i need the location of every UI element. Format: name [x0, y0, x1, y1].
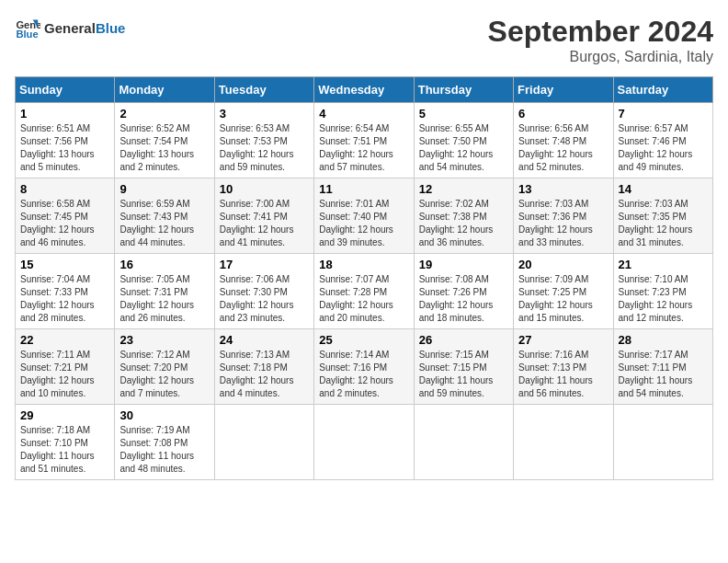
col-friday: Friday — [514, 77, 613, 103]
col-saturday: Saturday — [613, 77, 712, 103]
calendar-cell: 6 Sunrise: 6:56 AMSunset: 7:48 PMDayligh… — [514, 103, 613, 178]
calendar-cell: 3 Sunrise: 6:53 AMSunset: 7:53 PMDayligh… — [214, 103, 313, 178]
day-number: 5 — [419, 107, 508, 121]
calendar-cell — [314, 405, 414, 480]
calendar-cell: 8 Sunrise: 6:58 AMSunset: 7:45 PMDayligh… — [16, 178, 115, 254]
day-info: Sunrise: 7:14 AMSunset: 7:16 PMDaylight:… — [319, 349, 408, 400]
day-number: 4 — [319, 107, 408, 121]
calendar-cell: 13 Sunrise: 7:03 AMSunset: 7:36 PMDaylig… — [514, 178, 613, 254]
day-info: Sunrise: 6:53 AMSunset: 7:53 PMDaylight:… — [220, 122, 309, 174]
header-area: General Blue GeneralBlue September 2024 … — [15, 15, 713, 65]
day-number: 9 — [119, 182, 209, 196]
day-number: 1 — [20, 107, 109, 121]
calendar-cell — [613, 405, 712, 480]
calendar-table: Sunday Monday Tuesday Wednesday Thursday… — [15, 76, 713, 480]
day-info: Sunrise: 6:59 AMSunset: 7:43 PMDaylight:… — [119, 198, 209, 249]
day-info: Sunrise: 7:03 AMSunset: 7:35 PMDaylight:… — [619, 198, 708, 249]
calendar-cell: 11 Sunrise: 7:01 AMSunset: 7:40 PMDaylig… — [314, 178, 414, 254]
day-info: Sunrise: 7:00 AMSunset: 7:41 PMDaylight:… — [220, 198, 309, 249]
calendar-cell: 23 Sunrise: 7:12 AMSunset: 7:20 PMDaylig… — [115, 329, 214, 405]
day-number: 14 — [619, 182, 708, 196]
week-row-0: 1 Sunrise: 6:51 AMSunset: 7:56 PMDayligh… — [16, 103, 713, 178]
day-info: Sunrise: 7:05 AMSunset: 7:31 PMDaylight:… — [119, 273, 209, 325]
calendar-cell: 25 Sunrise: 7:14 AMSunset: 7:16 PMDaylig… — [314, 329, 414, 405]
day-info: Sunrise: 6:56 AMSunset: 7:48 PMDaylight:… — [518, 122, 608, 174]
day-info: Sunrise: 7:08 AMSunset: 7:26 PMDaylight:… — [419, 273, 508, 325]
day-number: 17 — [220, 258, 309, 271]
week-row-3: 22 Sunrise: 7:11 AMSunset: 7:21 PMDaylig… — [16, 329, 713, 405]
svg-text:Blue: Blue — [16, 29, 38, 40]
col-wednesday: Wednesday — [314, 77, 414, 103]
day-info: Sunrise: 7:13 AMSunset: 7:18 PMDaylight:… — [220, 349, 309, 400]
day-number: 18 — [319, 258, 408, 271]
month-title: September 2024 — [488, 15, 713, 49]
day-number: 19 — [419, 258, 508, 271]
calendar-cell — [514, 405, 613, 480]
day-info: Sunrise: 6:51 AMSunset: 7:56 PMDaylight:… — [20, 122, 109, 174]
day-number: 23 — [119, 333, 209, 347]
calendar-cell: 29 Sunrise: 7:18 AMSunset: 7:10 PMDaylig… — [16, 405, 115, 480]
day-number: 24 — [220, 333, 309, 347]
day-number: 22 — [20, 333, 109, 347]
logo-text: GeneralBlue — [44, 20, 125, 36]
day-number: 25 — [319, 333, 408, 347]
day-number: 20 — [518, 258, 608, 271]
day-info: Sunrise: 7:11 AMSunset: 7:21 PMDaylight:… — [20, 349, 109, 400]
day-info: Sunrise: 7:01 AMSunset: 7:40 PMDaylight:… — [319, 198, 408, 249]
calendar-cell: 10 Sunrise: 7:00 AMSunset: 7:41 PMDaylig… — [214, 178, 313, 254]
calendar-cell: 19 Sunrise: 7:08 AMSunset: 7:26 PMDaylig… — [414, 254, 513, 329]
day-number: 26 — [419, 333, 508, 347]
day-info: Sunrise: 7:19 AMSunset: 7:08 PMDaylight:… — [119, 424, 209, 476]
day-info: Sunrise: 7:15 AMSunset: 7:15 PMDaylight:… — [419, 349, 508, 400]
calendar-cell — [414, 405, 513, 480]
col-sunday: Sunday — [16, 77, 115, 103]
day-info: Sunrise: 6:57 AMSunset: 7:46 PMDaylight:… — [619, 122, 708, 174]
day-number: 10 — [220, 182, 309, 196]
col-thursday: Thursday — [414, 77, 513, 103]
day-info: Sunrise: 6:58 AMSunset: 7:45 PMDaylight:… — [20, 198, 109, 249]
calendar-cell — [214, 405, 313, 480]
day-number: 21 — [619, 258, 708, 271]
day-number: 28 — [619, 333, 708, 347]
calendar-cell: 17 Sunrise: 7:06 AMSunset: 7:30 PMDaylig… — [214, 254, 313, 329]
day-number: 29 — [20, 408, 109, 422]
day-number: 6 — [518, 107, 608, 121]
day-info: Sunrise: 7:04 AMSunset: 7:33 PMDaylight:… — [20, 273, 109, 325]
week-row-4: 29 Sunrise: 7:18 AMSunset: 7:10 PMDaylig… — [16, 405, 713, 480]
logo: General Blue GeneralBlue — [15, 15, 125, 40]
day-number: 8 — [20, 182, 109, 196]
title-block: September 2024 Burgos, Sardinia, Italy — [488, 15, 713, 65]
day-info: Sunrise: 7:18 AMSunset: 7:10 PMDaylight:… — [20, 424, 109, 476]
col-monday: Monday — [115, 77, 214, 103]
calendar-cell: 18 Sunrise: 7:07 AMSunset: 7:28 PMDaylig… — [314, 254, 414, 329]
week-row-2: 15 Sunrise: 7:04 AMSunset: 7:33 PMDaylig… — [16, 254, 713, 329]
calendar-cell: 26 Sunrise: 7:15 AMSunset: 7:15 PMDaylig… — [414, 329, 513, 405]
calendar-cell: 20 Sunrise: 7:09 AMSunset: 7:25 PMDaylig… — [514, 254, 613, 329]
col-tuesday: Tuesday — [214, 77, 313, 103]
day-number: 2 — [119, 107, 209, 121]
column-headers: Sunday Monday Tuesday Wednesday Thursday… — [16, 77, 713, 103]
day-number: 3 — [220, 107, 309, 121]
calendar-cell: 12 Sunrise: 7:02 AMSunset: 7:38 PMDaylig… — [414, 178, 513, 254]
day-info: Sunrise: 7:06 AMSunset: 7:30 PMDaylight:… — [220, 273, 309, 325]
day-info: Sunrise: 6:55 AMSunset: 7:50 PMDaylight:… — [419, 122, 508, 174]
day-info: Sunrise: 7:17 AMSunset: 7:11 PMDaylight:… — [619, 349, 708, 400]
calendar-cell: 7 Sunrise: 6:57 AMSunset: 7:46 PMDayligh… — [613, 103, 712, 178]
day-info: Sunrise: 7:03 AMSunset: 7:36 PMDaylight:… — [518, 198, 608, 249]
calendar-cell: 5 Sunrise: 6:55 AMSunset: 7:50 PMDayligh… — [414, 103, 513, 178]
day-number: 7 — [619, 107, 708, 121]
day-number: 16 — [119, 258, 209, 271]
logo-icon: General Blue — [15, 15, 40, 40]
calendar-cell: 15 Sunrise: 7:04 AMSunset: 7:33 PMDaylig… — [16, 254, 115, 329]
calendar-cell: 28 Sunrise: 7:17 AMSunset: 7:11 PMDaylig… — [613, 329, 712, 405]
day-number: 27 — [518, 333, 608, 347]
day-number: 11 — [319, 182, 408, 196]
day-info: Sunrise: 7:12 AMSunset: 7:20 PMDaylight:… — [119, 349, 209, 400]
calendar-cell: 16 Sunrise: 7:05 AMSunset: 7:31 PMDaylig… — [115, 254, 214, 329]
calendar-cell: 2 Sunrise: 6:52 AMSunset: 7:54 PMDayligh… — [115, 103, 214, 178]
calendar-cell: 9 Sunrise: 6:59 AMSunset: 7:43 PMDayligh… — [115, 178, 214, 254]
day-number: 30 — [119, 408, 209, 422]
calendar-cell: 27 Sunrise: 7:16 AMSunset: 7:13 PMDaylig… — [514, 329, 613, 405]
day-info: Sunrise: 7:09 AMSunset: 7:25 PMDaylight:… — [518, 273, 608, 325]
calendar-cell: 21 Sunrise: 7:10 AMSunset: 7:23 PMDaylig… — [613, 254, 712, 329]
